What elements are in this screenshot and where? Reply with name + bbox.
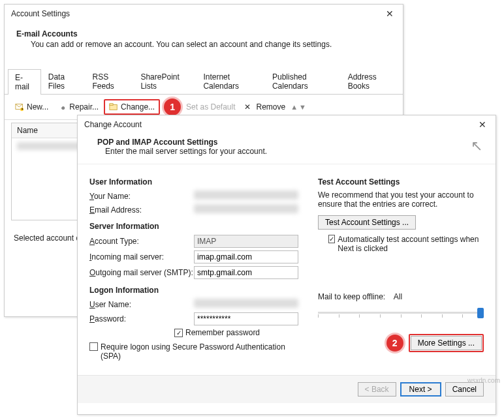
mail-keep-row: Mail to keep offline: All — [318, 292, 484, 301]
tab-sharepoint[interactable]: SharePoint Lists — [133, 68, 196, 94]
remove-button[interactable]: ✕ Remove — [240, 100, 289, 113]
change-account-dialog: Change Account ✕ POP and IMAP Account Se… — [77, 115, 496, 415]
remember-password-label: Remember password — [185, 328, 260, 337]
tab-email[interactable]: E-mail — [8, 69, 41, 95]
back-button[interactable]: < Back — [358, 382, 396, 397]
remove-icon: ✕ — [244, 102, 253, 112]
dialog-subtext: Enter the mail server settings for your … — [105, 147, 267, 156]
incoming-label: Incoming mail server: — [89, 252, 194, 262]
account-type-label: Account Type: — [89, 237, 194, 246]
tab-inetcal[interactable]: Internet Calendars — [196, 68, 265, 94]
change-button[interactable]: Change... — [104, 99, 160, 115]
change-label: Change... — [121, 102, 155, 112]
password-field[interactable] — [194, 312, 298, 325]
tab-rss[interactable]: RSS Feeds — [86, 68, 134, 94]
auto-test-checkbox[interactable]: ✓ — [328, 235, 335, 243]
next-button[interactable]: Next > — [400, 382, 441, 397]
svg-rect-4 — [110, 104, 113, 106]
mail-keep-label: Mail to keep offline: — [318, 292, 385, 301]
repair-label: Repair... — [69, 102, 99, 112]
default-label: Set as Default — [186, 102, 235, 112]
email-value — [194, 204, 298, 213]
remember-password-checkbox[interactable]: ✓ — [174, 329, 183, 337]
user-info-heading: User Information — [89, 177, 298, 187]
repair-button[interactable]: Repair... — [54, 100, 102, 113]
wrench-icon — [57, 102, 67, 112]
dialog-titlebar: Change Account ✕ — [78, 115, 496, 134]
cursor-icon: ↖ — [471, 138, 482, 155]
tab-datafiles[interactable]: Data Files — [41, 68, 86, 94]
callout-1: 1 — [164, 98, 181, 115]
left-column: User Information Your Name: Email Addres… — [89, 171, 298, 363]
outgoing-server-field[interactable] — [194, 266, 298, 279]
section-subtext: You can add or remove an account. You ca… — [5, 38, 403, 55]
spa-label: Require logon using Secure Password Auth… — [101, 342, 296, 361]
password-label: Password: — [89, 314, 194, 323]
your-name-label: Your Name: — [89, 192, 194, 201]
username-value — [194, 299, 298, 308]
tab-addrbooks[interactable]: Address Books — [341, 68, 400, 94]
mail-new-icon: ✦ — [15, 102, 24, 112]
folder-change-icon — [109, 102, 118, 112]
more-settings-button[interactable]: More Settings ... — [411, 336, 482, 350]
dialog-title: Change Account — [84, 120, 142, 129]
auto-test-label: Automatically test account settings when… — [338, 235, 484, 253]
dialog-button-row: < Back Next > Cancel — [78, 375, 496, 403]
email-label: Email Address: — [89, 205, 194, 215]
test-desc: We recommend that you test your account … — [318, 190, 484, 209]
callout-2: 2 — [386, 335, 403, 352]
new-label: New... — [27, 102, 48, 112]
titlebar: Account Settings ✕ — [5, 5, 403, 23]
svg-text:✦: ✦ — [21, 107, 24, 111]
logon-info-heading: Logon Information — [89, 286, 298, 295]
arrow-down-icon[interactable]: ▼ — [299, 103, 306, 111]
tabs: E-mail Data Files RSS Feeds SharePoint L… — [5, 68, 403, 95]
test-account-button[interactable]: Test Account Settings ... — [318, 215, 416, 230]
right-column: Test Account Settings We recommend that … — [318, 171, 484, 363]
server-info-heading: Server Information — [89, 222, 298, 231]
window-title: Account Settings — [11, 9, 70, 18]
remove-label: Remove — [256, 102, 285, 112]
slider-thumb[interactable] — [477, 308, 484, 318]
slider-track — [318, 312, 484, 314]
dialog-heading: POP and IMAP Account Settings — [97, 138, 267, 147]
outgoing-label: Outgoing mail server (SMTP): — [89, 268, 194, 277]
your-name-value — [194, 190, 298, 200]
cancel-button[interactable]: Cancel — [445, 382, 484, 397]
more-settings-highlight: More Settings ... — [409, 334, 484, 352]
new-button[interactable]: ✦ New... — [11, 100, 52, 113]
tab-pubcal[interactable]: Published Calendars — [265, 68, 341, 94]
incoming-server-field[interactable] — [194, 250, 298, 263]
account-type-field — [194, 235, 298, 248]
dialog-header-block: POP and IMAP Account Settings Enter the … — [97, 138, 267, 156]
slider-ticks — [318, 314, 484, 318]
side-watermark: wsxdn.com — [467, 377, 500, 384]
arrow-up-icon[interactable]: ▲ — [291, 103, 298, 111]
section-heading: E-mail Accounts — [5, 23, 403, 38]
dialog-body: User Information Your Name: Email Addres… — [78, 164, 496, 375]
username-label: User Name: — [89, 300, 194, 309]
mail-keep-value: All — [394, 292, 402, 301]
close-icon[interactable]: ✕ — [383, 8, 396, 19]
close-icon[interactable]: ✕ — [476, 119, 489, 130]
set-default-button[interactable]: Set as Default — [182, 100, 239, 113]
test-heading: Test Account Settings — [318, 177, 484, 187]
mail-keep-slider[interactable] — [318, 305, 484, 321]
spa-checkbox[interactable] — [89, 342, 98, 351]
